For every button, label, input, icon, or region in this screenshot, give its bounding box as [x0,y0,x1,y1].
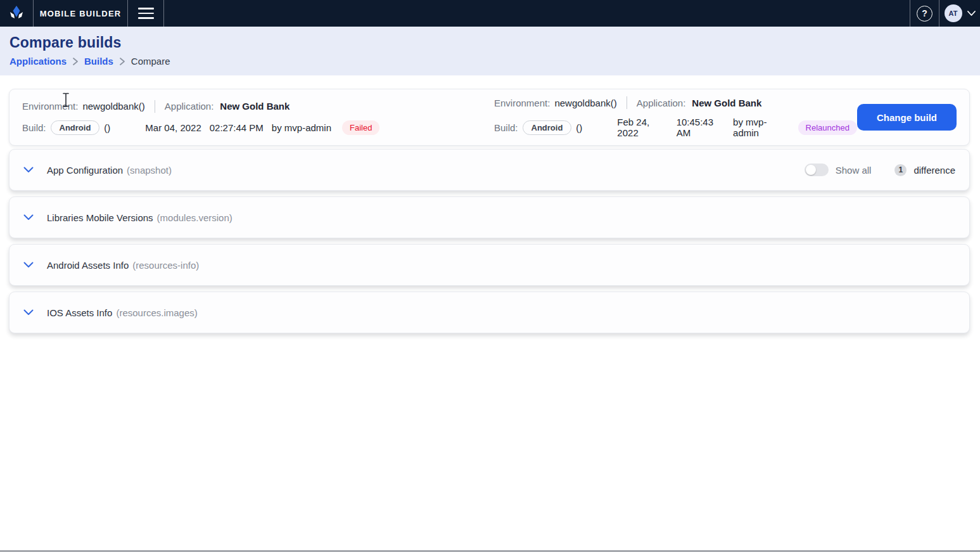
build-info-right: Environment: newgoldbank() Application: … [494,96,857,138]
chevron-right-icon [120,58,125,65]
show-all-label: Show all [836,165,872,176]
vertical-divider [155,100,155,113]
brand-cell: MOBILE BUILDER [34,0,127,27]
help-button[interactable]: ? [910,0,939,27]
build-left-env-row: Environment: newgoldbank() Application: … [22,100,494,113]
avatar[interactable]: AT [945,4,962,22]
build-date: Feb 24, 2022 [617,117,668,138]
difference-label: difference [913,165,955,176]
build-time: 10:45:43 AM [677,117,725,138]
chevron-down-icon[interactable] [23,167,34,173]
build-datetime: Feb 24, 2022 10:45:43 AM by mvp-admin [617,117,787,138]
build-left-build-row: Build: Android () Mar 04, 2022 02:27:44 … [22,120,494,135]
main-content: Environment: newgoldbank() Application: … [0,75,980,333]
environment-label: Environment: [494,98,550,108]
top-navbar: MOBILE BUILDER ? AT [0,0,980,27]
section-subtitle: (modules.version) [157,212,232,223]
section-app-configuration[interactable]: App Configuration (snapshot) Show all 1 … [9,149,970,191]
hamburger-icon [138,8,154,19]
environment-value: newgoldbank() [554,98,616,108]
status-badge: Failed [342,120,379,135]
toggle-knob [806,165,816,175]
build-parens: () [576,122,582,133]
platform-badge: Android [523,120,572,135]
build-compare-card: Environment: newgoldbank() Application: … [9,89,970,146]
vertical-divider [627,96,627,109]
menu-toggle-button[interactable] [128,0,163,27]
section-libraries-mobile-versions[interactable]: Libraries Mobile Versions (modules.versi… [9,196,970,238]
breadcrumb-builds[interactable]: Builds [84,56,113,67]
build-label: Build: [22,122,46,133]
help-icon: ? [917,6,932,22]
application-value: New Gold Bank [220,101,290,112]
section-ios-assets-info[interactable]: IOS Assets Info (resources.images) [9,292,970,333]
chevron-down-icon[interactable] [23,262,34,268]
chevron-right-icon [73,58,78,65]
section-title: Android Assets Info [47,260,129,271]
status-badge: Relaunched [798,120,857,135]
application-label: Application: [637,98,686,108]
difference-count-badge: 1 [894,164,907,176]
environment-value: newgoldbank() [82,101,144,112]
platform-badge: Android [51,120,100,135]
breadcrumb-compare: Compare [131,56,170,67]
build-right-env-row: Environment: newgoldbank() Application: … [494,96,857,109]
build-parens: () [104,122,110,133]
section-subtitle: (snapshot) [127,165,172,176]
section-android-assets-info[interactable]: Android Assets Info (resources-info) [9,244,970,286]
user-menu[interactable]: AT [939,0,980,27]
section-title: App Configuration [47,165,123,176]
build-author: by mvp-admin [272,122,331,133]
section-title: IOS Assets Info [47,307,112,318]
logo-icon [9,5,24,22]
chevron-down-icon[interactable] [23,309,34,316]
build-author: by mvp-admin [733,117,787,138]
build-datetime: Mar 04, 2022 02:27:44 PM by mvp-admin [145,122,331,133]
section-subtitle: (resources.images) [116,307,197,318]
breadcrumb: Applications Builds Compare [10,56,970,67]
build-time: 02:27:44 PM [210,122,264,133]
brand-title: MOBILE BUILDER [40,9,122,18]
application-label: Application: [165,101,214,112]
breadcrumb-applications[interactable]: Applications [10,56,67,67]
section-controls: Show all 1 difference [805,164,955,176]
environment-label: Environment: [22,101,78,112]
app-logo[interactable] [0,0,33,27]
nav-spacer [164,0,910,27]
show-all-toggle[interactable] [805,164,829,176]
section-subtitle: (resources-info) [132,260,199,271]
application-value: New Gold Bank [692,98,761,108]
build-right-build-row: Build: Android () Feb 24, 2022 10:45:43 … [494,117,857,138]
build-info-left: Environment: newgoldbank() Application: … [22,100,494,135]
section-title: Libraries Mobile Versions [47,212,153,223]
page-header: Compare builds Applications Builds Compa… [0,27,980,75]
chevron-down-icon[interactable] [23,214,34,221]
page-title: Compare builds [10,34,970,51]
change-build-button[interactable]: Change build [857,104,957,131]
build-date: Mar 04, 2022 [145,122,201,133]
chevron-down-icon[interactable] [967,11,976,16]
build-label: Build: [494,122,518,133]
